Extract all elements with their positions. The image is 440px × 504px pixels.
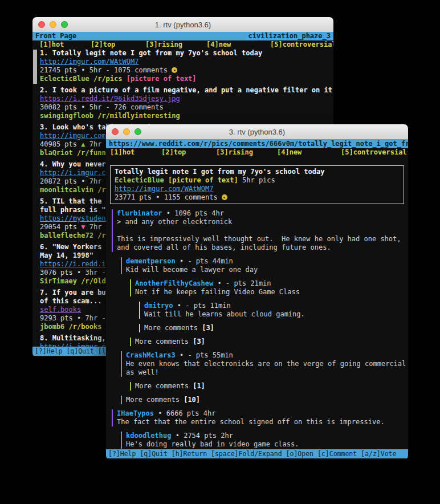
tab-3rising[interactable]: [3]rising (216, 148, 277, 157)
post-stats: 21745 pts • 5hr - 1075 comments (40, 66, 333, 75)
titlebar-front[interactable]: 3. rtv (python3.6) (106, 124, 408, 140)
spacer (123, 75, 127, 83)
terminal-front: https://www.reddit.com/r/pics/comments/6… (106, 139, 408, 460)
tab-4new[interactable]: [4]new (206, 40, 270, 49)
post-title: 1. Totally legit note I got from my 7yo'… (40, 49, 333, 58)
tab-2top[interactable]: [2]top (161, 148, 216, 157)
more-comments[interactable]: More comments [3] (130, 338, 408, 346)
comment-author[interactable]: AnotherFilthyCashew (135, 279, 213, 287)
comment[interactable]: IHaeTypos • 6666 pts 4hrThe fact that th… (112, 409, 408, 426)
comment-header[interactable]: kdoodlethug • 2754 pts 2hr (126, 432, 408, 440)
comment-body-line: He even knows that electronicks are on t… (126, 360, 408, 368)
more-comments-row[interactable]: More comments [3] (144, 324, 408, 332)
comment-body-line: Kid will become a lawyer one day (126, 266, 408, 274)
post-subreddit[interactable]: /r/books (69, 323, 102, 331)
tab-3rising[interactable]: [3]rising (145, 40, 206, 49)
submission-flair: [picture of text] (168, 176, 238, 184)
comment-meta: • - pts 21min (213, 279, 271, 287)
post-flair: [picture of text] (127, 75, 197, 83)
tab-5controversial[interactable]: [5]controversial (270, 40, 333, 49)
post-link[interactable]: https://i.redd.it/96ikd35djesy.jpg (40, 95, 180, 103)
post-row[interactable]: 1. Totally legit note I got from my 7yo'… (40, 49, 333, 83)
comment[interactable]: flurbinator • 1096 pts 4hr> and any othe… (112, 209, 408, 252)
comment-meta: • 6666 pts 4hr (154, 409, 215, 417)
post-row[interactable]: 2. I took a picture of a film negative, … (40, 86, 333, 120)
post-author[interactable]: ballefleche72 (40, 231, 93, 239)
comment[interactable]: kdoodlethug • 2754 pts 2hrHe's doing rea… (121, 432, 408, 449)
zoom-button[interactable] (61, 21, 68, 28)
close-button[interactable] (112, 128, 119, 135)
post-author[interactable]: swingingfloob (40, 112, 93, 120)
more-comments-row[interactable]: More comments [1] (135, 382, 408, 391)
tab-1hot[interactable]: [1]hot (39, 40, 91, 49)
submission-box[interactable]: Totally legit note I got from my 7yo's s… (110, 165, 404, 204)
comment-author[interactable]: flurbinator (117, 209, 162, 217)
post-author[interactable]: SirTimaey (40, 277, 77, 285)
comment-meta: • - pts 44min (176, 257, 233, 265)
spacer (64, 323, 68, 331)
post-link[interactable]: self.books (40, 306, 81, 314)
post-subreddit[interactable]: /r/pics (93, 75, 123, 83)
comment-body-line: This is impressively well thought out. H… (117, 235, 408, 243)
tab-5controversial[interactable]: [5]controversial (341, 148, 407, 157)
post-points: 21745 pts (40, 66, 81, 74)
titlebar-back[interactable]: 1. rtv (python3.6) (32, 17, 333, 32)
comment-header[interactable]: IHaeTypos • 6666 pts 4hr (117, 409, 408, 418)
post-link[interactable]: http://imgur.com/WAtWQM7 (40, 58, 138, 66)
post-points: 30082 pts (40, 103, 81, 111)
post-author[interactable]: moonlitcalvin (40, 186, 93, 194)
post-link[interactable]: https://mystudent (40, 214, 110, 222)
more-comments-label: More comments (135, 338, 193, 346)
submission-author[interactable]: EclecticBlue (115, 176, 164, 184)
post-subreddit[interactable]: /r/funny (77, 149, 110, 157)
comment[interactable]: CrashMclars3 • - pts 55minHe even knows … (121, 351, 408, 377)
comment-header[interactable]: AnotherFilthyCashew • - pts 21min (135, 279, 408, 288)
spacer (73, 149, 77, 157)
gilded-icon (222, 194, 227, 200)
post-subreddit[interactable]: /r/mildlyinteresting (97, 112, 180, 120)
submission-stats: 23771 pts • 1155 comments (115, 193, 218, 201)
submission-link[interactable]: http://imgur.com/WAtWQM7 (115, 185, 213, 193)
comment[interactable]: dementperson • - pts 44minKid will becom… (121, 257, 408, 274)
post-author[interactable]: EclecticBlue (40, 75, 89, 83)
post-points: 3076 pts (40, 269, 77, 277)
minimize-button[interactable] (123, 128, 130, 135)
desktop: 1. rtv (python3.6) Front Page civilizati… (0, 0, 440, 504)
close-button[interactable] (38, 21, 45, 28)
spacer (89, 75, 93, 83)
post-link[interactable]: https://i.redd.it (40, 260, 110, 268)
comment-header[interactable]: flurbinator • 1096 pts 4hr (117, 209, 408, 218)
comment-header[interactable]: dementperson • - pts 44min (126, 257, 408, 266)
zoom-button[interactable] (135, 128, 141, 135)
comment[interactable]: dmitryo • - pts 11minWait till he learns… (139, 302, 408, 319)
comment-body-line: > and any other elecktronick (117, 218, 408, 226)
comment-author[interactable]: IHaeTypos (117, 409, 154, 417)
comment-header[interactable]: dmitryo • - pts 11min (144, 302, 408, 310)
comment[interactable]: AnotherFilthyCashew • - pts 21minNot if … (130, 279, 408, 296)
more-comments[interactable]: More comments [1] (130, 382, 408, 391)
url-bar[interactable]: https://www.reddit.com/r/pics/comments/6… (106, 139, 408, 148)
comment-author[interactable]: kdoodlethug (126, 432, 171, 440)
more-comments-row[interactable]: More comments [10] (126, 396, 408, 404)
comment-body-line: and covered all of his bases, including … (117, 243, 408, 252)
post-points: 40985 pts (40, 140, 81, 148)
page-title: Front Page (35, 32, 76, 40)
statusbar-front: [?]Help [q]Quit [h]Return [space]Fold/Ex… (106, 449, 408, 458)
more-comments-label: More comments (144, 324, 202, 332)
post-byline: EclecticBlue /r/pics [picture of text] (40, 75, 333, 83)
more-comments[interactable]: More comments [10] (121, 396, 408, 404)
comment-author[interactable]: dmitryo (144, 302, 173, 310)
more-comments[interactable]: More comments [3] (139, 324, 408, 332)
tab-2top[interactable]: [2]top (91, 40, 145, 49)
tab-4new[interactable]: [4]new (277, 148, 341, 157)
minimize-button[interactable] (50, 21, 56, 28)
comment-body-line: Not if he keeps failing Video Game Class (135, 288, 408, 296)
more-comments-row[interactable]: More comments [3] (135, 338, 408, 346)
tab-1hot[interactable]: [1]hot (110, 148, 161, 157)
comment-author[interactable]: CrashMclars3 (126, 351, 176, 359)
comment-header[interactable]: CrashMclars3 • - pts 55min (126, 351, 408, 360)
post-author[interactable]: blaQriot (40, 149, 73, 157)
post-link[interactable]: http://imgur.com/ (40, 132, 110, 140)
post-author[interactable]: jbomb6 (40, 323, 64, 331)
comment-author[interactable]: dementperson (126, 257, 176, 265)
